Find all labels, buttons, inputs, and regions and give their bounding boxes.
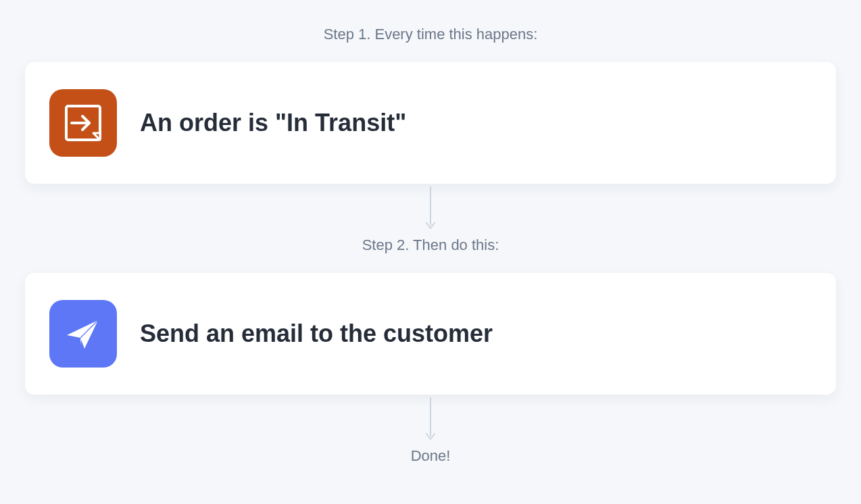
step2-label: Step 2. Then do this: <box>362 236 499 254</box>
action-card[interactable]: Send an email to the customer <box>25 273 836 395</box>
step1-label: Step 1. Every time this happens: <box>324 26 538 43</box>
action-title: Send an email to the customer <box>140 319 493 348</box>
done-label: Done! <box>411 447 451 465</box>
trigger-card[interactable]: An order is "In Transit" <box>25 62 836 184</box>
connector-arrow-2 <box>424 397 437 445</box>
trigger-title: An order is "In Transit" <box>140 108 406 137</box>
box-arrow-icon <box>49 89 117 157</box>
paper-plane-icon <box>49 300 117 368</box>
connector-arrow <box>424 186 437 234</box>
